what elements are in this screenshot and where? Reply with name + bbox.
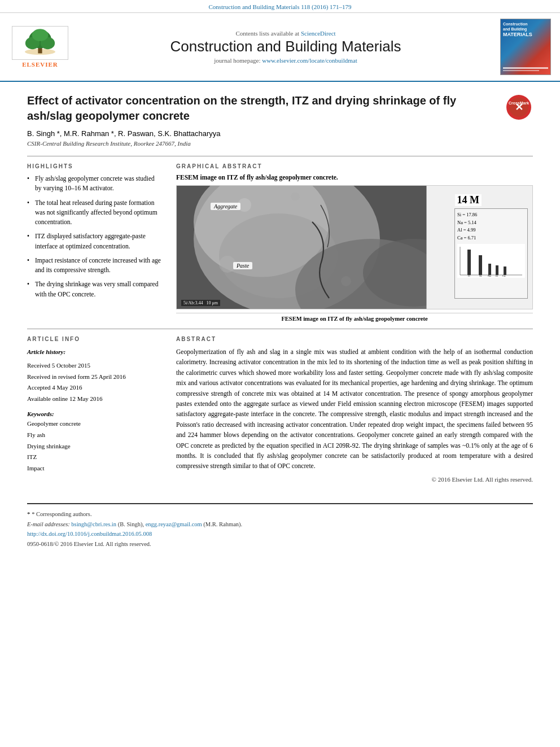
cover-bottom [503,67,548,72]
svg-text:O: O [468,274,470,277]
svg-point-5 [32,29,49,41]
svg-text:Al: Al [495,274,498,277]
elsevier-name-label: ELSEVIER [22,61,58,68]
fesem-caption: FESEM image on ITZ of fly ash/slag geopo… [176,313,533,322]
edx-si: Si = 17.86 [457,211,525,219]
homepage-link[interactable]: www.elsevier.com/locate/conbuildmat [262,57,357,64]
keyword-5: Impact [27,463,163,474]
fesem-label: FESEM image on ITZ of fly ash/slag geopo… [176,174,533,181]
history-label: Article history: [27,347,163,358]
edx-panel: Si = 17.86 Na = 5.14 Al = 4.99 Ca = 6.71 [454,208,528,299]
abstract-header: ABSTRACT [176,336,533,342]
edx-spectrum-svg: O Si Na Al Ca [457,244,525,278]
article-title-text: Effect of activator concentration on the… [27,94,456,122]
affiliation-text: CSIR-Central Building Research Institute… [27,140,533,147]
main-content: Effect of activator concentration on the… [0,82,560,494]
middle-divider [27,329,533,329]
article-info-column: ARTICLE INFO Article history: Received 5… [27,336,163,483]
crossmark-svg: ✕ CrossMark [509,97,529,117]
highlights-header: HIGHLIGHTS [27,163,163,169]
title-divider [27,156,533,156]
journal-header: ELSEVIER Contents lists available at Sci… [0,13,560,82]
authors-text: B. Singh *, M.R. Rahman *, R. Paswan, S.… [27,129,221,138]
authors-line: B. Singh *, M.R. Rahman *, R. Paswan, S.… [27,129,533,138]
keywords-list: Geopolymer concrete Fly ash Drying shrin… [27,418,163,474]
cover-title: Construction and Building MATERIALS [503,21,548,38]
svg-rect-24 [467,250,471,275]
journal-center-section: Contents lists available at ScienceDirec… [77,30,495,64]
highlight-item-2: The total heat released during paste for… [27,198,163,228]
keywords-section: Keywords: Geopolymer concrete Fly ash Dr… [27,410,163,474]
crossmark-icon: ✕ CrossMark [506,95,531,120]
edx-al: Al = 4.99 [457,226,525,234]
citation-text: Construction and Building Materials 118 … [208,3,351,10]
edx-spectrum: O Si Na Al Ca [457,244,525,278]
crossmark-badge[interactable]: ✕ CrossMark [505,93,533,121]
bottom-divider [27,503,533,504]
highlight-item-4: Impact resistance of concrete increased … [27,256,163,276]
article-info-header: ARTICLE INFO [27,336,163,342]
journal-title: Construction and Building Materials [77,38,495,55]
edx-na: Na = 5.14 [457,219,525,227]
doi-line: http://dx.doi.org/10.1016/j.conbuildmat.… [27,529,533,539]
abstract-text: Geopolymerization of fly ash and slag in… [176,347,533,471]
svg-rect-25 [479,255,482,275]
14m-label: 14 M [455,194,482,206]
article-title-section: Effect of activator concentration on the… [27,93,533,124]
email2-link[interactable]: engg.reyaz@gmail.com [146,521,202,527]
keyword-4: ITZ [27,452,163,463]
elsevier-logo-section: ELSEVIER [9,26,71,68]
email-addresses-line: E-mail addresses: bsingh@cbri.res.in (B.… [27,519,533,530]
article-history: Article history: Received 5 October 2015… [27,347,163,405]
fesem-image: Aggregate Paste 14 M Si = 17.86 Na = 5.1… [176,185,533,309]
email1-link[interactable]: bsingh@cbri.res.in [71,521,116,527]
received-date: Received 5 October 2015 [27,360,163,372]
accepted-date: Accepted 4 May 2016 [27,382,163,394]
fesem-image-bg: Aggregate Paste 14 M Si = 17.86 Na = 5.1… [177,186,532,309]
keyword-1: Geopolymer concrete [27,418,163,430]
svg-point-18 [341,276,351,286]
svg-rect-26 [488,264,491,275]
svg-rect-28 [504,267,506,275]
science-direct-label: Contents lists available at ScienceDirec… [77,30,495,37]
svg-point-16 [291,193,300,201]
logo-box [12,26,68,60]
highlight-item-1: Fly ash/slag geopolymer concrete was stu… [27,174,163,194]
highlight-item-5: The drying shrinkage was very small comp… [27,279,163,299]
top-citation-bar: Construction and Building Materials 118 … [0,0,560,13]
issn-line: 0950-0618/© 2016 Elsevier Ltd. All right… [27,539,533,549]
highlights-graphical-section: HIGHLIGHTS Fly ash/slag geopolymer concr… [27,163,533,322]
svg-text:Na: Na [488,274,492,277]
corresponding-authors-label: * * Corresponding authors. [27,509,533,519]
paste-label: Paste [233,262,252,269]
highlight-item-3: ITZ displayed satisfactory aggregate-pas… [27,231,163,251]
svg-text:Ca: Ca [502,274,506,277]
revised-date: Received in revised form 25 April 2016 [27,372,163,383]
elsevier-tree-icon [15,29,65,57]
graphical-abstract-header: GRAPHICAL ABSTRACT [176,163,533,169]
email1-author: (B. Singh), [118,521,144,527]
svg-text:CrossMark: CrossMark [509,101,529,105]
info-abstract-section: ARTICLE INFO Article history: Received 5… [27,336,533,483]
aggregate-label: Aggregate [211,203,240,210]
journal-homepage: journal homepage: www.elsevier.com/locat… [77,57,495,64]
graphical-abstract-column: GRAPHICAL ABSTRACT FESEM image on ITZ of… [176,163,533,322]
available-date: Available online 12 May 2016 [27,394,163,405]
keyword-3: Drying shrinkage [27,441,163,452]
scale-bar: 5i/Ab:3.44 10 μm [181,300,220,306]
email2-author: (M.R. Rahman). [203,521,242,527]
highlights-list: Fly ash/slag geopolymer concrete was stu… [27,174,163,299]
edx-ca: Ca = 6.71 [457,234,525,242]
journal-cover-image: Construction and Building MATERIALS [500,19,551,75]
highlights-column: HIGHLIGHTS Fly ash/slag geopolymer concr… [27,163,163,322]
svg-text:Si: Si [479,274,482,277]
keyword-2: Fly ash [27,430,163,441]
doi-link[interactable]: http://dx.doi.org/10.1016/j.conbuildmat.… [27,531,152,537]
abstract-column: ABSTRACT Geopolymerization of fly ash an… [176,336,533,483]
edx-values: Si = 17.86 Na = 5.14 Al = 4.99 Ca = 6.71 [457,211,525,242]
abstract-copyright: © 2016 Elsevier Ltd. All rights reserved… [176,476,533,483]
science-direct-link[interactable]: ScienceDirect [301,30,336,37]
svg-rect-27 [496,265,498,275]
footnotes-section: * * Corresponding authors. E-mail addres… [0,503,560,561]
footnotes: * * Corresponding authors. E-mail addres… [27,509,533,549]
